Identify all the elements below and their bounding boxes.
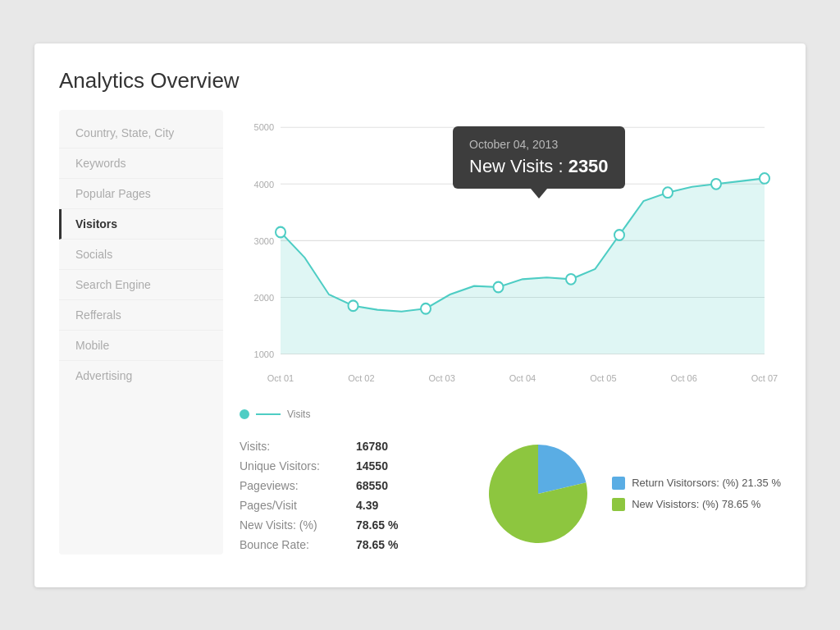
stats-row: Bounce Rate:78.65 % (240, 535, 456, 555)
svg-text:5000: 5000 (254, 122, 274, 132)
stats-label: Bounce Rate: (240, 538, 346, 551)
legend-line (256, 413, 281, 415)
sidebar-item-country[interactable]: Country, State, City (59, 118, 223, 148)
analytics-card: Analytics Overview Country, State, CityK… (34, 43, 806, 587)
stats-value: 14550 (356, 459, 388, 472)
stats-table: Visits:16780Unique Visitors:14550Pagevie… (240, 436, 456, 555)
sidebar-item-keywords[interactable]: Keywords (59, 148, 223, 179)
pie-legend-item: New Visistors: (%) 78.65 % (612, 498, 781, 511)
pie-legend-item: Return Visitorsors: (%) 21.35 % (612, 477, 781, 490)
sidebar-item-popular-pages[interactable]: Popular Pages (59, 179, 223, 209)
svg-text:1000: 1000 (254, 349, 274, 358)
stats-row: Unique Visitors:14550 (240, 456, 456, 476)
svg-point-12 (421, 303, 431, 313)
svg-text:Oct 06: Oct 06 (670, 373, 696, 383)
svg-text:Oct 01: Oct 01 (267, 373, 294, 383)
tooltip-date: October 04, 2013 (469, 138, 609, 151)
svg-text:2000: 2000 (254, 292, 274, 302)
svg-text:Oct 05: Oct 05 (590, 373, 616, 383)
page-title: Analytics Overview (59, 68, 781, 94)
stats-label: Visits: (240, 440, 346, 453)
stats-label: Unique Visitors: (240, 459, 346, 472)
stats-label: Pages/Visit (240, 499, 346, 512)
chart-tooltip: October 04, 2013 New Visits : 2350 (453, 126, 625, 189)
svg-text:Oct 03: Oct 03 (428, 373, 454, 383)
stats-value: 4.39 (356, 499, 378, 512)
pie-section: Return Visitorsors: (%) 21.35 %New Visis… (481, 436, 781, 551)
content-area: Country, State, CityKeywordsPopular Page… (59, 110, 781, 555)
stats-value: 16780 (356, 440, 388, 453)
stats-row: Visits:16780 (240, 436, 456, 456)
svg-point-18 (760, 173, 769, 184)
sidebar-item-mobile[interactable]: Mobile (59, 331, 223, 361)
svg-point-14 (566, 273, 576, 284)
sidebar-item-refferals[interactable]: Refferals (59, 300, 223, 331)
pie-legend-color (612, 498, 625, 511)
sidebar-item-visitors[interactable]: Visitors (59, 209, 223, 240)
svg-point-17 (711, 178, 721, 189)
pie-legend-label: New Visistors: (%) 78.65 % (632, 498, 760, 510)
chart-legend: Visits (240, 409, 781, 420)
svg-text:Oct 02: Oct 02 (348, 373, 374, 383)
pie-legend: Return Visitorsors: (%) 21.35 %New Visis… (612, 477, 781, 511)
main-area: 10002000300040005000Oct 01Oct 02Oct 03Oc… (240, 110, 781, 555)
pie-legend-color (612, 477, 625, 490)
legend-label: Visits (287, 409, 310, 420)
stats-value: 78.65 % (356, 538, 398, 551)
sidebar-item-search-engine[interactable]: Search Engine (59, 270, 223, 300)
stats-label: Pageviews: (240, 479, 346, 492)
svg-text:Oct 04: Oct 04 (509, 373, 536, 383)
svg-text:Oct 07: Oct 07 (751, 373, 778, 383)
svg-point-15 (614, 230, 624, 240)
stats-label: New Visits: (%) (240, 518, 346, 532)
pie-chart (481, 436, 596, 551)
sidebar: Country, State, CityKeywordsPopular Page… (59, 110, 223, 555)
stats-row: Pages/Visit4.39 (240, 495, 456, 515)
svg-point-10 (276, 226, 285, 237)
tooltip-value: New Visits : 2350 (469, 156, 609, 177)
stats-value: 68550 (356, 479, 388, 492)
svg-text:3000: 3000 (254, 235, 274, 245)
pie-legend-label: Return Visitorsors: (%) 21.35 % (632, 477, 781, 489)
chart-container: 10002000300040005000Oct 01Oct 02Oct 03Oc… (240, 110, 781, 389)
svg-point-16 (663, 187, 673, 198)
svg-point-13 (494, 281, 504, 292)
sidebar-item-advertising[interactable]: Advertising (59, 361, 223, 390)
sidebar-item-socials[interactable]: Socials (59, 240, 223, 270)
svg-point-11 (349, 300, 358, 311)
svg-text:4000: 4000 (254, 179, 274, 189)
stats-row: Pageviews:68550 (240, 476, 456, 495)
stats-pie-row: Visits:16780Unique Visitors:14550Pagevie… (240, 436, 781, 555)
stats-value: 78.65 % (356, 518, 398, 532)
stats-row: New Visits: (%)78.65 % (240, 515, 456, 535)
legend-dot (240, 409, 249, 419)
